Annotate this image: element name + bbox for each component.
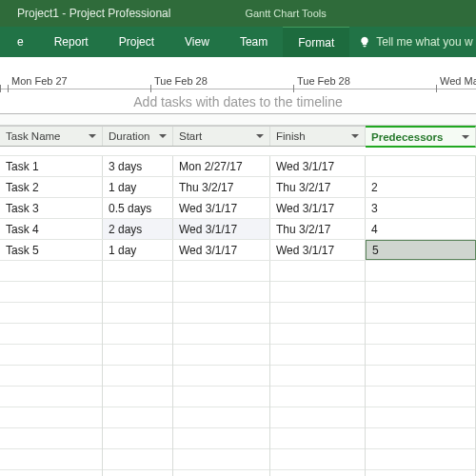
cell-duration[interactable]: 2 days (103, 219, 173, 239)
grid-header-row: Task Name Duration Start Finish Predeces… (0, 126, 476, 147)
table-row[interactable]: Task 2 1 day Thu 3/2/17 Thu 3/2/17 2 (0, 177, 476, 198)
tab-view[interactable]: View (169, 27, 225, 57)
chevron-down-icon (159, 130, 167, 142)
col-header-task-name[interactable]: Task Name (0, 127, 103, 146)
cell-duration[interactable]: 3 days (103, 156, 173, 176)
table-row-empty[interactable] (0, 387, 476, 407)
table-row-empty[interactable] (0, 282, 476, 303)
cell-finish[interactable]: Wed 3/1/17 (270, 198, 366, 218)
cell-duration[interactable]: 1 day (103, 177, 173, 197)
tab-partial-left[interactable]: e (2, 27, 39, 57)
app-title: Project1 - Project Professional (17, 7, 170, 20)
cell-start[interactable]: Wed 3/1/17 (173, 219, 270, 239)
col-header-start[interactable]: Start (173, 127, 270, 146)
cell-task-name[interactable]: Task 2 (0, 177, 103, 197)
cell-duration[interactable]: 1 day (103, 240, 173, 260)
table-row-empty[interactable] (0, 303, 476, 324)
table-row-empty[interactable] (0, 345, 476, 366)
table-row-empty[interactable] (0, 366, 476, 387)
cell-start[interactable]: Thu 3/2/17 (173, 177, 270, 197)
table-row[interactable]: Task 3 0.5 days Wed 3/1/17 Wed 3/1/17 3 (0, 198, 476, 219)
table-row[interactable]: Task 4 2 days Wed 3/1/17 Thu 3/2/17 4 (0, 219, 476, 240)
cell-task-name[interactable]: Task 5 (0, 240, 103, 260)
cell-finish[interactable]: Wed 3/1/17 (270, 240, 366, 260)
cell-finish[interactable]: Thu 3/2/17 (270, 219, 366, 239)
cell-finish[interactable]: Wed 3/1/17 (270, 156, 366, 176)
ribbon-tabs: e Report Project View Team Format Tell m… (0, 27, 476, 57)
table-row-empty[interactable] (0, 324, 476, 345)
table-row[interactable]: Task 5 1 day Wed 3/1/17 Wed 3/1/17 5 (0, 240, 476, 261)
table-row-empty[interactable] (0, 470, 476, 476)
cell-predecessors[interactable]: 2 (366, 177, 476, 197)
table-row[interactable]: Task 1 3 days Mon 2/27/17 Wed 3/1/17 (0, 156, 476, 177)
task-grid: Task Name Duration Start Finish Predeces… (0, 126, 476, 476)
table-row-empty[interactable] (0, 449, 476, 470)
contextual-tools-label: Gantt Chart Tools (245, 8, 326, 19)
cell-predecessors[interactable] (366, 156, 476, 176)
cell-duration[interactable]: 0.5 days (103, 198, 173, 218)
chevron-down-icon (256, 130, 264, 142)
cell-task-name[interactable]: Task 3 (0, 198, 103, 218)
spacer-row (0, 147, 476, 156)
tab-format[interactable]: Format (283, 27, 349, 57)
cell-predecessors-active[interactable]: 5 (366, 240, 476, 260)
cell-predecessors[interactable]: 4 (366, 219, 476, 239)
cell-task-name[interactable]: Task 4 (0, 219, 103, 239)
col-header-predecessors[interactable]: Predecessors (366, 126, 476, 148)
col-header-finish[interactable]: Finish (270, 127, 366, 146)
cell-start[interactable]: Wed 3/1/17 (173, 198, 270, 218)
table-row-empty[interactable] (0, 261, 476, 282)
timeline-scale[interactable]: Mon Feb 27 Tue Feb 28 Tue Feb 28 Wed Mar… (0, 57, 476, 89)
cell-start[interactable]: Mon 2/27/17 (173, 156, 270, 176)
spacer (0, 114, 476, 126)
timeline-hint[interactable]: Add tasks with dates to the timeline (0, 89, 476, 114)
bulb-icon (359, 36, 370, 48)
chevron-down-icon (89, 130, 96, 142)
chevron-down-icon (351, 130, 359, 142)
chevron-down-icon (462, 131, 469, 143)
tell-me-label: Tell me what you w (376, 35, 472, 49)
tell-me-search[interactable]: Tell me what you w (359, 35, 472, 49)
tab-report[interactable]: Report (39, 27, 104, 57)
titlebar: Project1 - Project Professional Gantt Ch… (0, 0, 476, 27)
cell-start[interactable]: Wed 3/1/17 (173, 240, 270, 260)
cell-finish[interactable]: Thu 3/2/17 (270, 177, 366, 197)
tab-team[interactable]: Team (225, 27, 283, 57)
cell-task-name[interactable]: Task 1 (0, 156, 103, 176)
tab-project[interactable]: Project (104, 27, 169, 57)
table-row-empty[interactable] (0, 407, 476, 428)
col-header-duration[interactable]: Duration (103, 127, 173, 146)
cell-predecessors[interactable]: 3 (366, 198, 476, 218)
table-row-empty[interactable] (0, 428, 476, 449)
